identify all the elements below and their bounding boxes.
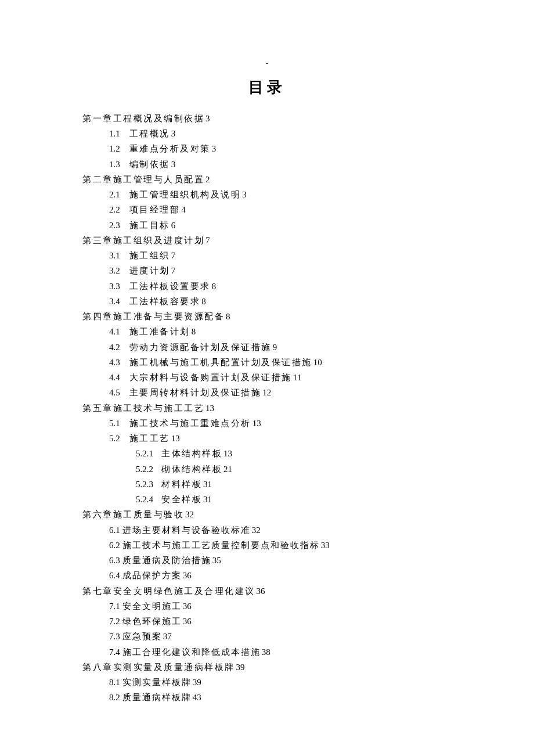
toc-section-title: 施工准备计划: [129, 327, 190, 336]
toc-item: 8.2质量通病样板牌43: [82, 691, 476, 704]
toc-chapter-title: 施工质量与验收: [113, 510, 185, 519]
table-of-contents: 第一章工程概况及编制依据31.1工程概况31.2重难点分析及对策31.3编制依据…: [0, 112, 534, 705]
toc-section-title: 质量通病及防治措施: [122, 556, 211, 565]
toc-page-number: 8: [192, 327, 196, 336]
toc-item: 7.3应急预案37: [82, 630, 476, 643]
toc-page-number: 13: [223, 449, 232, 458]
toc-section-number: 2.3: [109, 221, 120, 230]
toc-section-number: 7.2: [109, 617, 120, 626]
toc-page-number: 31: [203, 495, 212, 504]
toc-page-number: 6: [171, 221, 176, 230]
toc-chapter-label: 第一章: [82, 114, 113, 123]
toc-page-number: 11: [293, 373, 301, 382]
toc-page-number: 3: [205, 114, 210, 123]
toc-item: 3.1施工组织7: [82, 249, 476, 262]
toc-section-title: 施工技术与施工重难点分析: [129, 419, 251, 428]
toc-item: 2.1施工管理组织机构及说明3: [82, 188, 476, 201]
toc-item: 1.1工程概况3: [82, 127, 476, 141]
page-header-mark: -: [0, 58, 534, 69]
toc-subsection-title: 砌体结构样板: [161, 465, 222, 474]
toc-page-number: 37: [163, 632, 172, 641]
toc-page-number: 3: [171, 129, 176, 138]
toc-item: 1.3编制依据3: [82, 158, 476, 171]
toc-chapter-label: 第八章: [82, 663, 113, 672]
toc-item: 5.2施工工艺13: [82, 432, 476, 445]
toc-chapter-title: 施工管理与人员配置: [113, 175, 205, 184]
toc-page-number: 9: [273, 343, 277, 352]
toc-section-title: 施工机械与施工机具配置计划及保证措施: [129, 358, 312, 367]
toc-item: 6.3质量通病及防治措施35: [82, 554, 476, 567]
toc-subsection-number: 5.2.1: [136, 449, 153, 458]
toc-page-number: 31: [203, 480, 212, 489]
toc-item: 8.1实测实量样板牌39: [82, 676, 476, 689]
toc-page-number: 13: [252, 419, 261, 428]
toc-page-number: 36: [183, 571, 192, 580]
toc-item: 5.2.2砌体结构样板21: [82, 463, 476, 476]
toc-section-number: 3.1: [109, 251, 120, 260]
toc-item: 1.2重难点分析及对策3: [82, 142, 476, 156]
toc-chapter-title: 安全文明绿色施工及合理化建议: [113, 586, 255, 596]
toc-section-title: 质量通病样板牌: [122, 693, 192, 702]
toc-page-number: 3: [171, 160, 176, 169]
toc-section-number: 6.4: [109, 571, 120, 580]
toc-item: 3.2进度计划7: [82, 264, 476, 278]
toc-page-number: 38: [262, 647, 270, 657]
toc-section-number: 4.4: [109, 373, 120, 382]
toc-item: 第八章实测实量及质量通病样板牌39: [82, 661, 476, 674]
toc-item: 3.4工法样板容要求8: [82, 295, 476, 308]
toc-item: 第六章施工质量与验收32: [82, 508, 476, 521]
toc-item: 第七章安全文明绿色施工及合理化建议36: [82, 585, 476, 598]
toc-section-number: 1.1: [109, 129, 120, 138]
toc-section-title: 工法样板容要求: [129, 297, 201, 306]
toc-chapter-label: 第四章: [82, 312, 113, 321]
toc-chapter-title: 施工组织及进度计划: [113, 236, 205, 245]
toc-section-number: 3.4: [109, 297, 120, 306]
toc-chapter-title: 工程概况及编制依据: [113, 114, 205, 123]
toc-page-number: 8: [212, 282, 217, 291]
toc-item: 3.3工法样板设置要求8: [82, 280, 476, 293]
toc-section-number: 8.2: [109, 693, 120, 702]
toc-page-number: 21: [223, 465, 232, 474]
toc-subsection-number: 5.2.4: [136, 495, 153, 504]
toc-page-number: 36: [183, 602, 192, 611]
toc-item: 5.2.1主体结构样板13: [82, 447, 476, 460]
toc-section-number: 6.2: [109, 541, 120, 550]
toc-section-title: 应急预案: [122, 632, 162, 641]
toc-section-number: 4.1: [109, 327, 120, 336]
toc-page-number: 32: [252, 525, 261, 535]
toc-chapter-label: 第七章: [82, 586, 113, 596]
toc-section-title: 施工组织: [129, 251, 170, 260]
toc-item: 7.1安全文明施工36: [82, 600, 476, 613]
toc-section-number: 4.3: [109, 358, 120, 367]
toc-section-number: 2.1: [109, 190, 120, 199]
toc-section-title: 绿色环保施工: [122, 617, 182, 626]
toc-page-number: 43: [193, 693, 201, 702]
toc-page-number: 8: [201, 297, 206, 306]
toc-subsection-number: 5.2.2: [136, 465, 153, 474]
toc-item: 2.3施工目标6: [82, 219, 476, 232]
toc-page-number: 10: [313, 358, 322, 367]
toc-section-number: 1.2: [109, 144, 120, 153]
toc-item: 第一章工程概况及编制依据3: [82, 112, 476, 125]
toc-subsection-title: 主体结构样板: [161, 449, 222, 458]
toc-item: 4.5主要周转材料计划及保证措施12: [82, 386, 476, 399]
toc-section-title: 重难点分析及对策: [129, 144, 211, 153]
toc-section-number: 6.1: [109, 525, 120, 535]
toc-item: 6.2施工技术与施工工艺质量控制要点和验收指标33: [82, 539, 476, 552]
toc-section-title: 实测实量样板牌: [122, 678, 192, 687]
toc-page-number: 35: [212, 556, 221, 565]
toc-page-number: 12: [262, 388, 271, 397]
toc-item: 7.2绿色环保施工36: [82, 615, 476, 628]
toc-chapter-title: 实测实量及质量通病样板牌: [113, 663, 235, 672]
toc-section-number: 8.1: [109, 678, 120, 687]
toc-chapter-title: 施工技术与施工工艺: [113, 404, 205, 413]
toc-page-number: 32: [185, 510, 194, 519]
toc-item: 2.2项目经理部4: [82, 203, 476, 217]
toc-section-number: 3.2: [109, 266, 120, 275]
toc-section-title: 施工工艺: [129, 434, 170, 443]
toc-item: 4.3施工机械与施工机具配置计划及保证措施10: [82, 356, 476, 369]
toc-page-number: 3: [242, 190, 247, 199]
toc-page-number: 39: [236, 663, 245, 672]
toc-page-number: 2: [205, 175, 210, 184]
toc-chapter-label: 第五章: [82, 404, 113, 413]
